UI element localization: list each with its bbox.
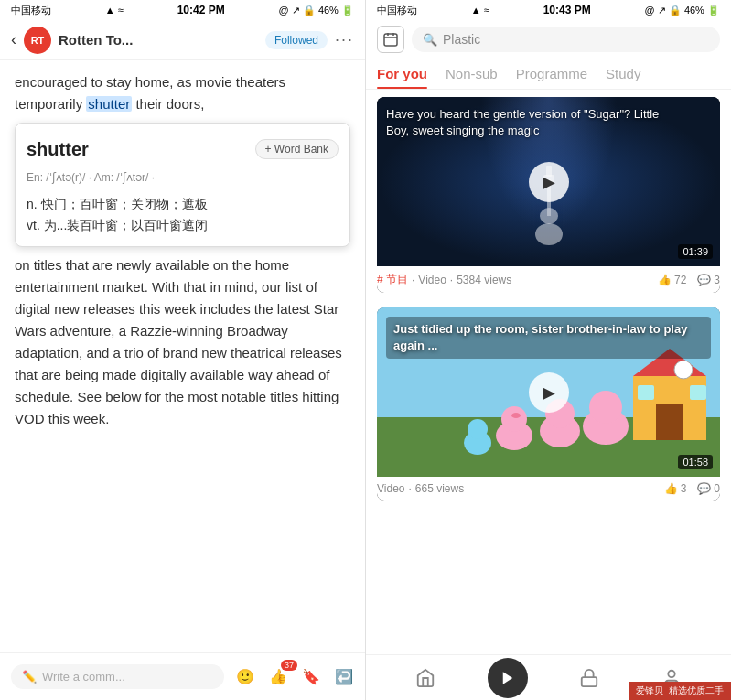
search-input[interactable]: 🔍 Plastic: [412, 27, 720, 52]
dictionary-popup: shutter + Word Bank En: /ˈʃʌtə(r)/ · Am:…: [15, 123, 350, 247]
like-action-2[interactable]: 👍 3: [664, 482, 687, 495]
dict-word: shutter: [27, 135, 89, 164]
action-icons: 🙂 👍 37 🔖 ↩️: [235, 667, 354, 687]
svg-rect-13: [656, 404, 683, 440]
home-nav-button[interactable]: [405, 658, 446, 698]
tab-programme[interactable]: Programme: [516, 59, 587, 89]
meta-type-2: Video: [377, 482, 404, 495]
calendar-button[interactable]: [377, 26, 404, 53]
video-card-1[interactable]: Have you heard the gentle version of "Su…: [377, 97, 720, 293]
wifi-icon-left: ▲ ≈: [105, 5, 124, 16]
watermark-sub: 精选优质二手: [669, 684, 724, 697]
comment-bar: ✏️ Write a comm... 🙂 👍 37 🔖 ↩️: [0, 652, 365, 700]
status-bar-right: 中国移动 ▲ ≈ 10:43 PM @ ↗ 🔒 46% 🔋: [366, 0, 731, 20]
watermark-logo: 爱锋贝: [636, 684, 663, 697]
status-icons-left: @ ↗ 🔒 46% 🔋: [279, 5, 354, 16]
like-action-1[interactable]: 👍 72: [658, 274, 686, 286]
svg-point-21: [468, 419, 488, 439]
comment-action-1[interactable]: 💬 3: [697, 274, 720, 286]
meta-left-2: Video · 665 views: [377, 482, 464, 495]
followed-badge[interactable]: Followed: [265, 31, 328, 49]
like-icon-1: 👍: [658, 274, 672, 286]
article-text-main: on titles that are newly available on th…: [15, 254, 350, 430]
carrier-right: 中国移动: [377, 4, 417, 17]
nav-bar-left: ‹ RT Rotten To... Followed ···: [0, 20, 365, 60]
dict-header: shutter + Word Bank: [27, 135, 339, 164]
meta-actions-2: 👍 3 💬 0: [664, 482, 720, 495]
meta-hash-1: # 节目: [377, 272, 408, 287]
like-count-2: 3: [681, 482, 687, 495]
search-bar-container: 🔍 Plastic: [366, 20, 731, 59]
svg-point-16: [674, 361, 693, 379]
like-count: 37: [281, 660, 297, 671]
dict-phonetics: En: /ˈʃʌtə(r)/ · Am: /ˈʃʌtər/ ·: [27, 169, 339, 187]
svg-point-25: [589, 391, 622, 424]
svg-point-19: [511, 413, 521, 418]
meta-actions-1: 👍 72 💬 3: [658, 274, 720, 286]
play-button-2[interactable]: ▶: [529, 372, 569, 413]
svg-point-18: [501, 406, 527, 432]
comment-count-1: 3: [714, 274, 720, 286]
highlighted-word[interactable]: shutter: [86, 96, 132, 112]
comment-action-2[interactable]: 💬 0: [697, 482, 720, 495]
video-meta-1: # 节目 · Video · 5384 views 👍 72 💬: [377, 266, 720, 293]
svg-rect-0: [384, 34, 397, 46]
meta-views-1: 5384 views: [457, 274, 511, 286]
share-button[interactable]: ↩️: [334, 667, 354, 687]
dict-definitions: n. 快门；百叶窗；关闭物；遮板 vt. 为...装百叶窗；以百叶窗遮闭: [27, 194, 339, 235]
tab-for-you[interactable]: For you: [377, 59, 427, 89]
svg-rect-14: [638, 385, 654, 400]
video-title-2: Just tidied up the room, sister brother-…: [386, 317, 711, 359]
video-duration-1: 01:39: [678, 244, 713, 259]
feed-container: Have you heard the gentle version of "Su…: [366, 90, 731, 654]
svg-rect-15: [690, 385, 706, 400]
svg-rect-27: [582, 677, 597, 686]
pencil-icon: ✏️: [22, 670, 37, 684]
watermark: 爱锋贝 精选优质二手: [629, 682, 731, 700]
like-count-1: 72: [674, 274, 686, 286]
wifi-icon-right: ▲ ≈: [471, 5, 489, 16]
back-button[interactable]: ‹: [11, 30, 16, 49]
meta-sep-2: ·: [408, 482, 411, 495]
page-title: Rotten To...: [59, 32, 265, 48]
comment-icon-1: 💬: [697, 274, 711, 286]
video-card-2[interactable]: Just tidied up the room, sister brother-…: [377, 307, 720, 501]
status-icons-right: @ ↗ 🔒 46% 🔋: [645, 5, 720, 16]
bookmark-button[interactable]: 🔖: [301, 667, 321, 687]
avatar: RT: [24, 27, 51, 54]
like-button[interactable]: 👍 37: [268, 667, 288, 687]
right-panel: 中国移动 ▲ ≈ 10:43 PM @ ↗ 🔒 46% 🔋 🔍 Plastic: [366, 0, 731, 700]
tab-study[interactable]: Study: [606, 59, 640, 89]
article-content: encouraged to stay home, as movie theate…: [0, 60, 365, 652]
comment-input[interactable]: ✏️ Write a comm...: [11, 664, 224, 689]
like-icon-2: 👍: [664, 482, 678, 495]
left-panel: 中国移动 ▲ ≈ 10:42 PM @ ↗ 🔒 46% 🔋 ‹ RT Rotte…: [0, 0, 366, 700]
comment-count-2: 0: [714, 482, 720, 495]
video-title-1: Have you heard the gentle version of "Su…: [386, 106, 674, 139]
video-duration-2: 01:58: [678, 455, 713, 469]
play-button-1[interactable]: ▶: [529, 162, 569, 202]
time-left: 10:42 PM: [177, 4, 225, 16]
more-button[interactable]: ···: [335, 30, 354, 49]
video-meta-2: Video · 665 views 👍 3 💬 0: [377, 477, 720, 501]
meta-sep2-1: ·: [450, 274, 453, 286]
meta-type-1: Video: [418, 274, 446, 286]
meta-separator-1: ·: [412, 274, 414, 286]
search-text: Plastic: [443, 32, 480, 47]
add-to-wordbank-button[interactable]: + Word Bank: [255, 139, 339, 159]
search-icon: 🔍: [423, 33, 437, 47]
emoji-button[interactable]: 🙂: [235, 667, 255, 687]
svg-point-28: [668, 670, 674, 676]
lock-nav-button[interactable]: [569, 658, 609, 698]
tab-non-sub[interactable]: Non-sub: [446, 59, 498, 89]
comment-placeholder: Write a comm...: [42, 670, 125, 684]
play-nav-button[interactable]: [488, 658, 528, 698]
tabs-bar: For you Non-sub Programme Study: [366, 59, 731, 90]
svg-point-4: [535, 223, 563, 245]
comment-icon-2: 💬: [697, 482, 711, 495]
meta-views-2: 665 views: [415, 482, 464, 495]
svg-marker-26: [502, 672, 512, 684]
status-bar-left: 中国移动 ▲ ≈ 10:42 PM @ ↗ 🔒 46% 🔋: [0, 0, 365, 20]
article-text-before: encouraged to stay home, as movie theate…: [15, 71, 350, 115]
video-thumbnail-2: Just tidied up the room, sister brother-…: [377, 307, 720, 477]
